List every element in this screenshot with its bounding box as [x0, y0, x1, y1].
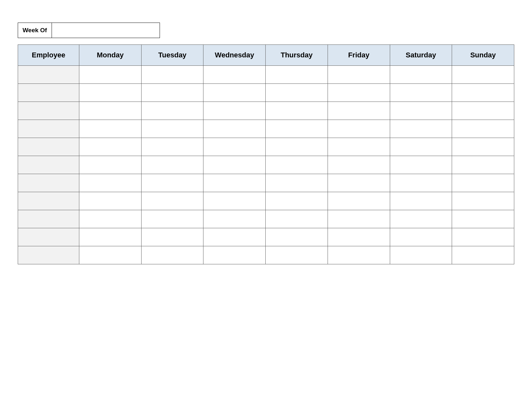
schedule-cell[interactable]: [390, 156, 452, 174]
table-row: [18, 210, 514, 228]
schedule-cell[interactable]: [203, 246, 266, 264]
col-thursday: Thursday: [266, 45, 328, 66]
schedule-cell[interactable]: [79, 210, 142, 228]
schedule-cell[interactable]: [328, 156, 390, 174]
schedule-cell[interactable]: [266, 228, 328, 246]
schedule-cell[interactable]: [203, 138, 266, 156]
employee-cell[interactable]: [18, 84, 79, 102]
schedule-cell[interactable]: [79, 246, 142, 264]
schedule-cell[interactable]: [79, 156, 142, 174]
schedule-cell[interactable]: [203, 210, 266, 228]
schedule-cell[interactable]: [79, 228, 142, 246]
employee-cell[interactable]: [18, 174, 79, 192]
schedule-cell[interactable]: [328, 138, 390, 156]
schedule-cell[interactable]: [79, 66, 142, 84]
schedule-cell[interactable]: [79, 138, 142, 156]
schedule-cell[interactable]: [390, 84, 452, 102]
schedule-cell[interactable]: [266, 102, 328, 120]
schedule-cell[interactable]: [203, 156, 266, 174]
schedule-cell[interactable]: [452, 84, 514, 102]
schedule-cell[interactable]: [141, 156, 203, 174]
schedule-cell[interactable]: [203, 192, 266, 210]
schedule-cell[interactable]: [390, 102, 452, 120]
schedule-cell[interactable]: [203, 66, 266, 84]
schedule-cell[interactable]: [390, 174, 452, 192]
schedule-cell[interactable]: [266, 120, 328, 138]
schedule-cell[interactable]: [452, 210, 514, 228]
week-of-label: Week Of: [18, 23, 52, 38]
schedule-cell[interactable]: [79, 102, 142, 120]
schedule-cell[interactable]: [266, 84, 328, 102]
schedule-cell[interactable]: [266, 66, 328, 84]
employee-cell[interactable]: [18, 138, 79, 156]
schedule-cell[interactable]: [141, 246, 203, 264]
schedule-cell[interactable]: [328, 192, 390, 210]
schedule-cell[interactable]: [452, 228, 514, 246]
schedule-cell[interactable]: [390, 246, 452, 264]
week-of-value[interactable]: [52, 23, 160, 38]
schedule-cell[interactable]: [141, 174, 203, 192]
schedule-cell[interactable]: [390, 120, 452, 138]
table-row: [18, 120, 514, 138]
schedule-cell[interactable]: [203, 102, 266, 120]
schedule-cell[interactable]: [79, 174, 142, 192]
employee-cell[interactable]: [18, 102, 79, 120]
schedule-cell[interactable]: [328, 246, 390, 264]
schedule-cell[interactable]: [328, 84, 390, 102]
header-row: Employee Monday Tuesday Wednesday Thursd…: [18, 45, 514, 66]
employee-cell[interactable]: [18, 192, 79, 210]
employee-cell[interactable]: [18, 120, 79, 138]
schedule-cell[interactable]: [203, 120, 266, 138]
schedule-cell[interactable]: [141, 192, 203, 210]
schedule-cell[interactable]: [203, 84, 266, 102]
schedule-cell[interactable]: [452, 156, 514, 174]
schedule-cell[interactable]: [452, 102, 514, 120]
schedule-cell[interactable]: [141, 210, 203, 228]
schedule-cell[interactable]: [79, 192, 142, 210]
schedule-cell[interactable]: [141, 102, 203, 120]
employee-cell[interactable]: [18, 228, 79, 246]
schedule-cell[interactable]: [390, 228, 452, 246]
schedule-cell[interactable]: [141, 138, 203, 156]
col-tuesday: Tuesday: [141, 45, 203, 66]
schedule-cell[interactable]: [328, 174, 390, 192]
schedule-cell[interactable]: [266, 174, 328, 192]
schedule-cell[interactable]: [328, 120, 390, 138]
schedule-cell[interactable]: [141, 66, 203, 84]
schedule-cell[interactable]: [452, 192, 514, 210]
schedule-cell[interactable]: [390, 210, 452, 228]
table-row: [18, 84, 514, 102]
schedule-cell[interactable]: [328, 210, 390, 228]
schedule-cell[interactable]: [390, 66, 452, 84]
schedule-cell[interactable]: [141, 228, 203, 246]
schedule-cell[interactable]: [141, 120, 203, 138]
schedule-cell[interactable]: [203, 228, 266, 246]
schedule-cell[interactable]: [390, 138, 452, 156]
schedule-cell[interactable]: [266, 138, 328, 156]
schedule-cell[interactable]: [266, 192, 328, 210]
employee-cell[interactable]: [18, 210, 79, 228]
employee-cell[interactable]: [18, 66, 79, 84]
schedule-cell[interactable]: [452, 120, 514, 138]
employee-cell[interactable]: [18, 246, 79, 264]
col-sunday: Sunday: [452, 45, 514, 66]
schedule-cell[interactable]: [79, 120, 142, 138]
schedule-cell[interactable]: [79, 84, 142, 102]
schedule-cell[interactable]: [328, 228, 390, 246]
schedule-cell[interactable]: [452, 138, 514, 156]
table-row: [18, 174, 514, 192]
schedule-cell[interactable]: [390, 192, 452, 210]
table-row: [18, 66, 514, 84]
employee-cell[interactable]: [18, 156, 79, 174]
schedule-cell[interactable]: [141, 84, 203, 102]
schedule-cell[interactable]: [266, 156, 328, 174]
schedule-cell[interactable]: [328, 102, 390, 120]
schedule-cell[interactable]: [452, 174, 514, 192]
schedule-cell[interactable]: [452, 246, 514, 264]
schedule-cell[interactable]: [266, 246, 328, 264]
schedule-cell[interactable]: [452, 66, 514, 84]
schedule-cell[interactable]: [266, 210, 328, 228]
schedule-cell[interactable]: [203, 174, 266, 192]
schedule-cell[interactable]: [328, 66, 390, 84]
table-row: [18, 246, 514, 264]
